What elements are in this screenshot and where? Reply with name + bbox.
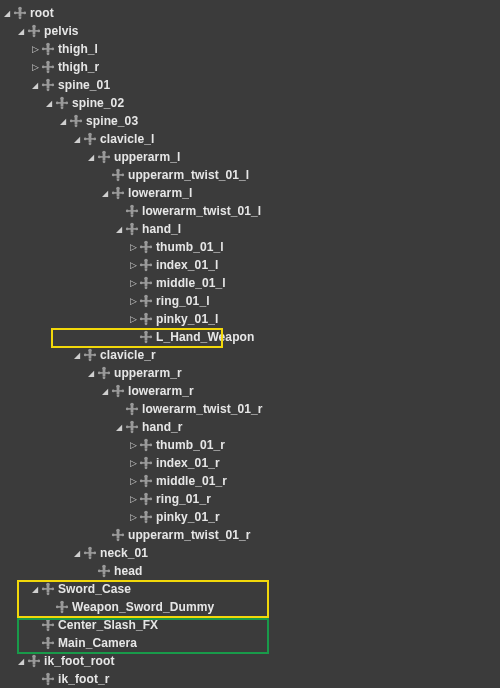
tree-row[interactable]: ▷middle_01_r	[2, 472, 498, 490]
tree-row[interactable]: ◢pelvis	[2, 22, 498, 40]
tree-row[interactable]: ◢neck_01	[2, 544, 498, 562]
bone-icon	[41, 618, 55, 632]
tree-row[interactable]: ◢spine_03	[2, 112, 498, 130]
svg-point-190	[108, 570, 111, 573]
bone-label: ik_foot_root	[44, 654, 115, 668]
expand-arrow-down-icon[interactable]: ◢	[114, 225, 124, 234]
expand-arrow-down-icon[interactable]: ◢	[72, 135, 82, 144]
tree-row[interactable]: ▷pinky_01_r	[2, 508, 498, 526]
expand-arrow-right-icon[interactable]: ▷	[128, 314, 138, 324]
tree-row[interactable]: ▷thigh_r	[2, 58, 498, 76]
tree-row[interactable]: ◢spine_01	[2, 76, 498, 94]
bone-tree[interactable]: ◢root◢pelvis▷thigh_l▷thigh_r◢spine_01◢sp…	[0, 0, 500, 688]
tree-row[interactable]: ◢root	[2, 4, 498, 22]
tree-row[interactable]: ▷thigh_l	[2, 40, 498, 58]
tree-row[interactable]: ▷ring_01_l	[2, 292, 498, 310]
tree-row[interactable]: ◢Weapon_Sword_Dummy	[2, 598, 498, 616]
svg-point-106	[150, 318, 153, 321]
tree-row[interactable]: ◢lowerarm_twist_01_l	[2, 202, 498, 220]
expand-arrow-right-icon[interactable]: ▷	[128, 494, 138, 504]
tree-row[interactable]: ◢lowerarm_twist_01_r	[2, 400, 498, 418]
tree-row[interactable]: ◢ik_foot_root	[2, 652, 498, 670]
expand-arrow-down-icon[interactable]: ◢	[58, 117, 68, 126]
expand-arrow-down-icon[interactable]: ◢	[30, 81, 40, 90]
tree-row[interactable]: ▷thumb_01_r	[2, 436, 498, 454]
expand-arrow-right-icon[interactable]: ▷	[128, 260, 138, 270]
tree-row[interactable]: ◢L_Hand_Weapon	[2, 328, 498, 346]
expand-arrow-down-icon[interactable]: ◢	[44, 99, 54, 108]
tree-row[interactable]: ◢clavicle_l	[2, 130, 498, 148]
expand-arrow-right-icon[interactable]: ▷	[128, 512, 138, 522]
tree-row[interactable]: ◢upperarm_l	[2, 148, 498, 166]
bone-label: clavicle_r	[100, 348, 156, 362]
bone-label: ring_01_r	[156, 492, 211, 506]
tree-row[interactable]: ◢head	[2, 562, 498, 580]
expand-arrow-right-icon[interactable]: ▷	[128, 476, 138, 486]
svg-point-208	[52, 624, 55, 627]
expand-arrow-down-icon[interactable]: ◢	[100, 387, 110, 396]
svg-point-70	[136, 210, 139, 213]
svg-point-76	[136, 228, 139, 231]
expand-arrow-right-icon[interactable]: ▷	[128, 458, 138, 468]
expand-arrow-right-icon[interactable]: ▷	[128, 242, 138, 252]
svg-point-40	[80, 120, 83, 123]
expand-arrow-down-icon[interactable]: ◢	[16, 657, 26, 666]
expand-arrow-none: ◢	[128, 332, 138, 342]
tree-row[interactable]: ▷ring_01_r	[2, 490, 498, 508]
expand-arrow-right-icon[interactable]: ▷	[128, 440, 138, 450]
expand-arrow-down-icon[interactable]: ◢	[86, 153, 96, 162]
expand-arrow-down-icon[interactable]: ◢	[2, 9, 12, 18]
svg-point-137	[131, 412, 134, 415]
tree-row[interactable]: ◢Center_Slash_FX	[2, 616, 498, 634]
svg-point-81	[140, 246, 143, 249]
svg-point-112	[150, 336, 153, 339]
tree-row[interactable]: ▷index_01_l	[2, 256, 498, 274]
tree-row[interactable]: ◢ik_foot_r	[2, 670, 498, 688]
svg-point-125	[103, 376, 106, 379]
tree-row[interactable]: ▷middle_01_l	[2, 274, 498, 292]
tree-row[interactable]: ▷thumb_01_l	[2, 238, 498, 256]
tree-row[interactable]: ◢Sword_Case	[2, 580, 498, 598]
bone-icon	[27, 654, 41, 668]
bone-label: thigh_l	[58, 42, 98, 56]
tree-row[interactable]: ◢upperarm_twist_01_l	[2, 166, 498, 184]
svg-point-171	[140, 516, 143, 519]
bone-label: ik_foot_r	[58, 672, 110, 686]
expand-arrow-down-icon[interactable]: ◢	[86, 369, 96, 378]
bone-label: thumb_01_r	[156, 438, 225, 452]
svg-point-179	[117, 538, 120, 541]
tree-row[interactable]: ◢lowerarm_l	[2, 184, 498, 202]
svg-point-207	[42, 624, 45, 627]
expand-arrow-down-icon[interactable]: ◢	[72, 351, 82, 360]
svg-point-161	[145, 484, 148, 487]
bone-label: hand_r	[142, 420, 183, 434]
tree-row[interactable]: ◢upperarm_twist_01_r	[2, 526, 498, 544]
bone-icon	[41, 672, 55, 686]
expand-arrow-down-icon[interactable]: ◢	[30, 585, 40, 594]
tree-row[interactable]: ◢hand_r	[2, 418, 498, 436]
tree-row[interactable]: ◢clavicle_r	[2, 346, 498, 364]
tree-row[interactable]: ◢upperarm_r	[2, 364, 498, 382]
expand-arrow-down-icon[interactable]: ◢	[114, 423, 124, 432]
tree-row[interactable]: ▷index_01_r	[2, 454, 498, 472]
bone-icon	[41, 636, 55, 650]
expand-arrow-down-icon[interactable]: ◢	[100, 189, 110, 198]
expand-arrow-right-icon[interactable]: ▷	[128, 296, 138, 306]
bone-icon	[139, 258, 153, 272]
tree-row[interactable]: ◢hand_l	[2, 220, 498, 238]
expand-arrow-down-icon[interactable]: ◢	[16, 27, 26, 36]
bone-label: middle_01_r	[156, 474, 227, 488]
svg-point-107	[145, 322, 148, 325]
svg-point-45	[84, 138, 87, 141]
expand-arrow-right-icon[interactable]: ▷	[30, 62, 40, 72]
tree-row[interactable]: ◢spine_02	[2, 94, 498, 112]
expand-arrow-right-icon[interactable]: ▷	[128, 278, 138, 288]
expand-arrow-right-icon[interactable]: ▷	[30, 44, 40, 54]
svg-point-10	[38, 30, 41, 33]
tree-row[interactable]: ◢Main_Camera	[2, 634, 498, 652]
tree-row[interactable]: ◢lowerarm_r	[2, 382, 498, 400]
svg-point-226	[52, 678, 55, 681]
bone-icon	[139, 510, 153, 524]
expand-arrow-down-icon[interactable]: ◢	[72, 549, 82, 558]
tree-row[interactable]: ▷pinky_01_l	[2, 310, 498, 328]
